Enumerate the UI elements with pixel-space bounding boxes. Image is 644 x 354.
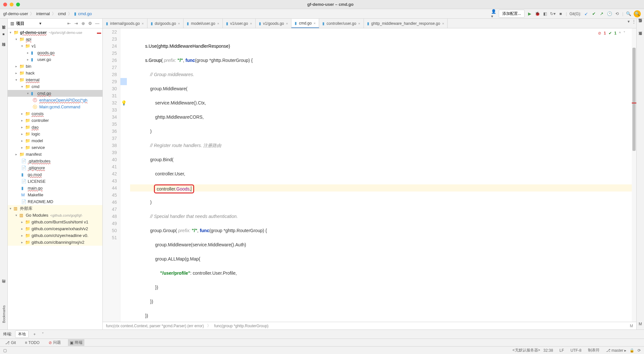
close-icon[interactable]: × bbox=[250, 22, 252, 25]
tree-folder[interactable]: ▾📁internal bbox=[8, 76, 102, 83]
tree-folder[interactable]: ▾📁cmd bbox=[8, 83, 102, 90]
tree-folder[interactable]: ▸📁hack bbox=[8, 70, 102, 76]
close-icon[interactable]: × bbox=[442, 22, 444, 25]
tree-symbol[interactable]: ⓥMain:gcmd.Command bbox=[8, 103, 102, 110]
inspection-badge[interactable]: ⊘1 ✔1 ^˅ bbox=[598, 30, 625, 37]
expand-icon[interactable]: ⇥ bbox=[73, 21, 79, 26]
tree-folder[interactable]: ▸📁model bbox=[8, 137, 102, 144]
editor-tab[interactable]: ▮v1/user.go× bbox=[223, 19, 256, 28]
tree-file[interactable]: 📄.gitignore bbox=[8, 164, 102, 171]
tree-folder[interactable]: ▸📁controller bbox=[8, 117, 102, 124]
editor-tab[interactable]: ▮do/goods.go× bbox=[147, 19, 184, 28]
indent-mode[interactable]: 制表符 bbox=[588, 348, 600, 353]
close-icon[interactable]: × bbox=[286, 22, 288, 25]
project-vtab[interactable]: ■ 项目 bbox=[1, 32, 6, 36]
tree-file[interactable]: ▮go.mod bbox=[8, 171, 102, 178]
editor-tab[interactable]: ▮controller/user.go× bbox=[319, 19, 364, 28]
history-icon[interactable]: 🕑 bbox=[607, 11, 612, 16]
breadcrumb-item[interactable]: internal bbox=[36, 11, 50, 16]
terminal-tab-local[interactable]: 本地 bbox=[15, 330, 29, 338]
tree-file[interactable]: 📄LICENSE bbox=[8, 178, 102, 185]
tree-dep[interactable]: ▸📁github.com/chzyer/readline v0. bbox=[8, 232, 102, 239]
collapse-icon[interactable]: ⇤ bbox=[66, 21, 71, 26]
tree-folder[interactable]: ▸📁service bbox=[8, 144, 102, 151]
tree-file-selected[interactable]: ▾▮cmd.go bbox=[8, 90, 102, 97]
tree-dep[interactable]: ▸📁github.com/BurntSushi/toml v1 bbox=[8, 219, 102, 225]
add-terminal-icon[interactable]: + bbox=[32, 332, 37, 337]
tree-dep[interactable]: ▸📁github.com/cespare/xxhash/v2 bbox=[8, 225, 102, 232]
editor-tab[interactable]: ▮v1/goods.go× bbox=[256, 19, 292, 28]
tree-file[interactable]: ▸▮user.go bbox=[8, 56, 102, 63]
close-icon[interactable]: × bbox=[358, 22, 360, 25]
fn-crumb[interactable]: func(group *ghttp.RouterGroup) bbox=[214, 324, 269, 328]
user-icon[interactable]: 👤▾ bbox=[491, 11, 496, 16]
tree-folder[interactable]: ▸📁manifest bbox=[8, 151, 102, 158]
encoding[interactable]: UTF-8 bbox=[571, 348, 582, 353]
editor-tab-active[interactable]: ▮cmd.go× bbox=[291, 19, 319, 28]
profile-icon[interactable]: ↻▾ bbox=[550, 11, 555, 16]
fn-crumb[interactable]: func(ctx context.Context, parser *gcmd.P… bbox=[106, 324, 204, 328]
code-editor[interactable]: ⊘1 ✔1 ^˅ s.Use(ghttp.MiddlewareHandlerRe… bbox=[127, 28, 632, 322]
breadcrumb-item[interactable]: gf-demo-user bbox=[3, 11, 28, 16]
tree-folder[interactable]: ▸📁dao bbox=[8, 124, 102, 131]
close-icon[interactable]: × bbox=[217, 22, 219, 25]
error-marker[interactable] bbox=[632, 103, 636, 103]
tree-root[interactable]: ▾📁gf-demo-user~/go/src/gf-demo-use▬ bbox=[8, 29, 102, 36]
server-status[interactable]: <无默认服务器> bbox=[513, 348, 540, 353]
close-icon[interactable]: × bbox=[178, 22, 180, 25]
tree-file[interactable]: MMakefile bbox=[8, 192, 102, 198]
cursor-position[interactable]: 32:38 bbox=[544, 348, 553, 353]
line-ending[interactable]: LF bbox=[560, 348, 564, 353]
problems-tab[interactable]: ⊘问题 bbox=[47, 339, 63, 346]
bookmarks-vtab[interactable]: Bookmarks bbox=[2, 305, 6, 323]
status-icon[interactable]: ▢ bbox=[3, 348, 7, 353]
chevron-down-icon[interactable]: ˅ bbox=[40, 332, 45, 337]
git-commit-icon[interactable]: ✔ bbox=[592, 11, 597, 16]
git-push-icon[interactable]: ↗ bbox=[599, 11, 604, 16]
todo-tab[interactable]: ≡TODO bbox=[23, 340, 41, 346]
git-branch[interactable]: ⎇ master ▸ bbox=[606, 348, 626, 353]
add-config-button[interactable]: 添加配置... bbox=[499, 10, 525, 18]
editor-tab[interactable]: ▮ghttp_middleware_handler_response.go× bbox=[364, 19, 448, 28]
gear-icon[interactable]: ⚙ bbox=[88, 21, 93, 26]
tree-folder[interactable]: ▸📁consts bbox=[8, 110, 102, 117]
git-tab[interactable]: ⎇Git bbox=[3, 340, 18, 346]
sync-icon[interactable]: ⟳ bbox=[638, 348, 641, 353]
tree-folder[interactable]: ▸📁bin bbox=[8, 63, 102, 70]
ide-search-button[interactable]: 🔍 bbox=[634, 10, 641, 17]
hide-icon[interactable]: — bbox=[95, 21, 100, 26]
run-icon[interactable]: ▶ bbox=[527, 11, 532, 16]
tree-symbol[interactable]: ⓕenhanceOpenAPIDoc(*gh bbox=[8, 97, 102, 103]
breadcrumb-file[interactable]: cmd.go bbox=[78, 11, 92, 16]
tree-go-modules[interactable]: ▾▥Go Modules<github.com/gogf/gf- bbox=[8, 212, 102, 219]
debug-icon[interactable]: 🐞 bbox=[535, 11, 540, 16]
tree-file[interactable]: 📄.gitattributes bbox=[8, 158, 102, 164]
chevron-down-icon[interactable]: ▾ bbox=[626, 19, 631, 24]
tree-file[interactable]: 📄README.MD bbox=[8, 198, 102, 205]
maximize-window-icon[interactable] bbox=[16, 3, 20, 6]
git-pull-icon[interactable]: ↙ bbox=[584, 11, 589, 16]
close-window-icon[interactable] bbox=[3, 3, 7, 6]
target-icon[interactable]: ⊕ bbox=[80, 21, 86, 26]
terminal-tab[interactable]: ▣终端 bbox=[68, 339, 84, 346]
search-icon[interactable]: 🔍 bbox=[626, 11, 631, 16]
coverage-icon[interactable]: ◧ bbox=[543, 11, 548, 16]
tree-file[interactable]: ▸▮goods.go bbox=[8, 49, 102, 56]
editor-tab[interactable]: ▮internal/goods.go× bbox=[103, 19, 147, 28]
rollback-icon[interactable]: ⟲ bbox=[615, 11, 620, 16]
editor-tab[interactable]: ▮model/user.go× bbox=[184, 19, 223, 28]
lock-icon[interactable]: 🔒 bbox=[630, 348, 634, 353]
close-icon[interactable]: × bbox=[314, 21, 316, 25]
tree-folder[interactable]: ▸📁logic bbox=[8, 131, 102, 137]
close-icon[interactable]: × bbox=[142, 22, 144, 25]
tree-folder[interactable]: ▾📁api bbox=[8, 36, 102, 43]
stop-icon[interactable]: ■ bbox=[558, 11, 563, 16]
editor-scrollbar[interactable] bbox=[632, 28, 636, 322]
minimize-window-icon[interactable] bbox=[10, 3, 14, 6]
more-icon[interactable]: ⋮ bbox=[631, 19, 636, 24]
tree-file[interactable]: ▮main.go bbox=[8, 185, 102, 192]
tree-folder[interactable]: ▾📁v1 bbox=[8, 43, 102, 49]
tree-external-libs[interactable]: ▾▥外部库 bbox=[8, 205, 102, 212]
chevron-down-icon[interactable]: ▾ bbox=[39, 21, 42, 26]
tree-dep[interactable]: ▸📁github.com/clbanning/mxj/v2 bbox=[8, 239, 102, 246]
